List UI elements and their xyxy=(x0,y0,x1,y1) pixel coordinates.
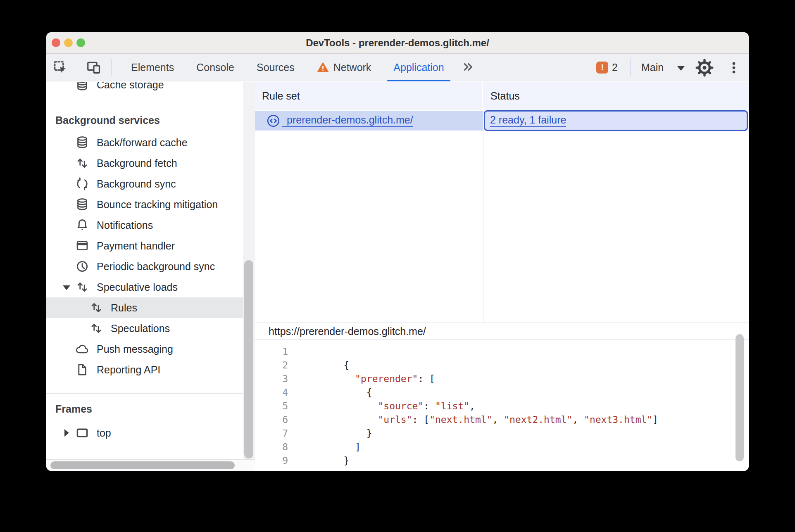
expander-open-icon[interactable] xyxy=(63,285,70,290)
sidebar-item-label: Reporting API xyxy=(97,359,160,380)
line-number: 1 xyxy=(255,345,288,359)
line-number: 7 xyxy=(255,427,288,440)
speculative-loads-panel: Rule set Status prerender-demos.glitch.m… xyxy=(255,82,749,471)
line-number: 2 xyxy=(255,359,288,372)
tab-sources[interactable]: Sources xyxy=(245,54,306,81)
tab-label: Elements xyxy=(131,62,174,74)
sidebar-item-speculative-loads[interactable]: Speculative loads xyxy=(46,277,243,297)
expander-closed-icon[interactable] xyxy=(64,429,69,437)
sidebar-item-notifications[interactable]: Notifications xyxy=(46,215,243,235)
code-line-text: { xyxy=(321,386,372,399)
sidebar-item-label: Background sync xyxy=(97,173,176,194)
rule-set-source-url: https://prerender-demos.glitch.me/ xyxy=(255,323,749,340)
line-number: 3 xyxy=(255,372,288,386)
minimize-window-button[interactable] xyxy=(64,38,73,47)
sidebar-item-label: Speculations xyxy=(111,318,170,339)
inspect-element-icon[interactable] xyxy=(53,60,69,76)
sidebar-horizontal-scrollbar[interactable] xyxy=(46,459,255,471)
sidebar-item-label: Back/forward cache xyxy=(97,132,188,153)
code-line: 4 { xyxy=(255,386,749,399)
issues-badge-icon[interactable]: ! xyxy=(596,62,608,74)
line-number: 4 xyxy=(255,386,288,399)
sync-icon xyxy=(75,177,89,191)
status-cell[interactable]: 2 ready, 1 failure xyxy=(484,110,748,131)
sidebar-item-reporting-api[interactable]: Reporting API xyxy=(46,359,243,380)
code-line-text: } xyxy=(321,454,349,468)
sidebar-item-periodic-background-sync[interactable]: Periodic background sync xyxy=(46,256,243,277)
sidebar-item-bounce-tracking-mitigation[interactable]: Bounce tracking mitigation xyxy=(46,194,243,215)
sidebar-item-payment-handler[interactable]: Payment handler xyxy=(46,235,243,256)
rules-table-header: Rule set Status xyxy=(255,82,749,110)
sidebar-section-divider xyxy=(46,393,243,394)
zoom-window-button[interactable] xyxy=(76,38,85,47)
caret-down-icon[interactable] xyxy=(677,66,685,71)
line-number: 9 xyxy=(255,454,288,468)
clock-icon xyxy=(75,259,89,273)
tab-network[interactable]: Network xyxy=(306,54,383,81)
sidebar-item-speculations[interactable]: Speculations xyxy=(46,318,243,339)
scrollbar-thumb[interactable] xyxy=(244,260,253,458)
sidebar-section-title-background-services: Background services xyxy=(46,110,243,131)
code-line-text: "urls": ["next.html", "next2.html", "nex… xyxy=(321,413,658,427)
database-icon xyxy=(75,135,89,150)
sidebar-item-label: Push messaging xyxy=(97,339,173,359)
kebab-menu-icon[interactable] xyxy=(726,60,741,75)
device-toolbar-icon[interactable] xyxy=(86,60,102,76)
sidebar-item-back-forward-cache[interactable]: Back/forward cache xyxy=(46,132,243,153)
card-icon xyxy=(75,239,89,253)
tab-label: Console xyxy=(196,62,234,74)
sidebar-item-label: Speculative loads xyxy=(97,277,178,297)
code-line: 6 "urls": ["next.html", "next2.html", "n… xyxy=(255,413,749,427)
line-number: 6 xyxy=(255,413,288,427)
target-selector[interactable]: Main xyxy=(641,54,664,81)
database-icon xyxy=(75,82,89,92)
toolbar-divider xyxy=(630,59,631,76)
sidebar-section-title-frames: Frames xyxy=(46,399,243,419)
code-line-text: "prerender": [ xyxy=(321,372,435,386)
sidebar-item-label: top xyxy=(97,423,111,443)
rule-set-row[interactable]: prerender-demos.glitch.me/ 2 ready, 1 fa… xyxy=(255,111,749,131)
gear-icon[interactable] xyxy=(695,58,714,77)
sidebar-vertical-scrollbar[interactable] xyxy=(243,82,255,459)
bell-icon xyxy=(75,218,89,232)
sidebar-item-cache-storage[interactable]: Cache storage xyxy=(46,82,243,95)
status-link[interactable]: 2 ready, 1 failure xyxy=(490,114,566,127)
column-header-rule-set[interactable]: Rule set xyxy=(255,82,483,110)
code-line: 8 ] xyxy=(255,440,749,454)
line-number: 5 xyxy=(255,399,288,413)
sidebar-section-divider xyxy=(46,101,243,101)
sidebar-item-background-sync[interactable]: Background sync xyxy=(46,173,243,194)
warning-triangle-icon xyxy=(317,62,329,74)
code-scrollbar-thumb[interactable] xyxy=(735,334,744,461)
code-line: 3 "prerender": [ xyxy=(255,372,749,386)
updown-icon xyxy=(89,321,103,335)
tab-label: Sources xyxy=(257,62,295,74)
code-line: 2 { xyxy=(255,359,749,372)
scrollbar-thumb[interactable] xyxy=(50,461,235,469)
devtools-window: DevTools - prerender-demos.glitch.me/ El… xyxy=(46,32,749,471)
sidebar-item-label: Notifications xyxy=(97,215,153,235)
traffic-lights xyxy=(52,38,85,47)
close-window-button[interactable] xyxy=(52,38,60,47)
tab-application[interactable]: Application xyxy=(382,54,455,81)
sidebar-item-label: Periodic background sync xyxy=(97,256,215,277)
toolbar-divider xyxy=(111,59,112,76)
devtools-toolbar: ElementsConsoleSourcesNetworkApplication… xyxy=(46,54,749,81)
sidebar-item-background-fetch[interactable]: Background fetch xyxy=(46,153,243,173)
more-panels-button[interactable] xyxy=(455,54,482,81)
tab-label: Network xyxy=(333,62,371,74)
line-number: 8 xyxy=(255,440,288,454)
sidebar-item-rules[interactable]: Rules xyxy=(46,297,243,318)
code-line-text: { xyxy=(321,359,349,372)
code-editor[interactable]: 12 {3 "prerender": [4 {5 "source": "list… xyxy=(255,340,749,471)
cloud-icon xyxy=(75,342,89,356)
issues-count[interactable]: 2 xyxy=(612,54,618,81)
sidebar-item-push-messaging[interactable]: Push messaging xyxy=(46,339,243,359)
code-line: 7 } xyxy=(255,427,749,440)
tab-elements[interactable]: Elements xyxy=(120,54,185,81)
sidebar-item-top[interactable]: top xyxy=(46,423,243,443)
rule-set-link[interactable]: prerender-demos.glitch.me/ xyxy=(282,114,413,127)
rule-set-cell[interactable]: prerender-demos.glitch.me/ xyxy=(255,111,483,131)
column-header-status[interactable]: Status xyxy=(484,82,749,110)
tab-console[interactable]: Console xyxy=(185,54,245,81)
